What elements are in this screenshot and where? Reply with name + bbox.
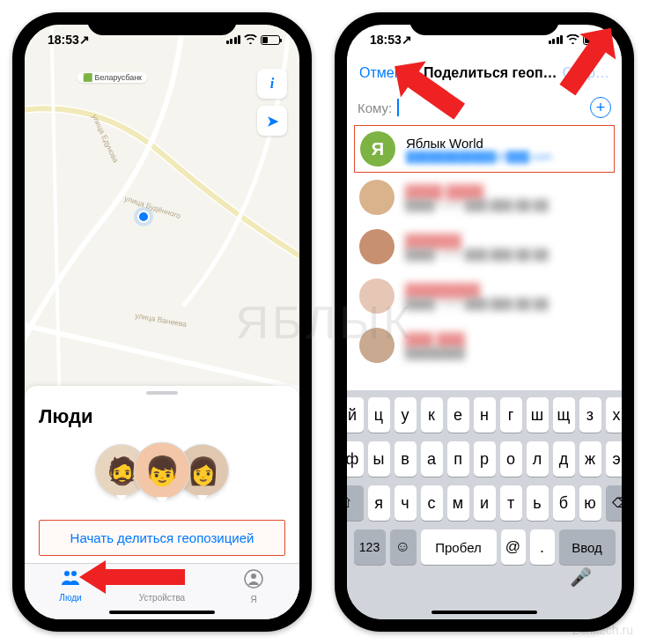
key-letter[interactable]: ь xyxy=(527,485,549,521)
svg-marker-6 xyxy=(79,560,185,594)
key-letter[interactable]: ш xyxy=(527,397,549,433)
phone-left: 18:53↗ 🟩 Беларусбанк улица Будённого ули… xyxy=(12,12,312,632)
contact-sub: ████ +375 ███ ███ ██ ██ xyxy=(405,248,609,261)
contact-sub: ████ +375 ███ ███ ██ ██ xyxy=(405,199,609,211)
arrow-annotation xyxy=(79,557,185,597)
key-letter[interactable]: в xyxy=(395,441,417,477)
avatar: Я xyxy=(360,131,395,167)
wifi-icon xyxy=(244,33,257,47)
to-label: Кому: xyxy=(358,100,392,115)
contact-row[interactable]: Я Яблык World ████████████@███.com xyxy=(354,125,615,173)
key-backspace[interactable]: ⌫ xyxy=(606,485,623,521)
contact-row[interactable]: ███ ███ ████████ xyxy=(347,321,622,370)
home-indicator[interactable] xyxy=(431,611,537,614)
key-letter[interactable]: з xyxy=(579,397,601,433)
key-letter[interactable]: й xyxy=(347,397,364,433)
memoji-group: 🧔 👦 👩 xyxy=(39,444,285,497)
key-letter[interactable]: ы xyxy=(368,441,390,477)
contact-row[interactable]: ████ ████ ████ +375 ███ ███ ██ ██ xyxy=(347,173,622,222)
contact-sub: ████ +375 ███ ███ ██ ██ xyxy=(405,298,609,310)
key-letter[interactable]: ю xyxy=(579,485,601,521)
map-view[interactable]: 🟩 Беларусбанк улица Будённого улица Ване… xyxy=(25,25,299,429)
key-letter[interactable]: ц xyxy=(368,397,390,433)
current-location-dot xyxy=(137,211,150,223)
key-letter[interactable]: п xyxy=(447,441,469,477)
key-letter[interactable]: б xyxy=(553,485,575,521)
key-letter[interactable]: о xyxy=(500,441,522,477)
contact-name: Яблык World xyxy=(406,136,608,151)
memoji-icon: 👦 xyxy=(144,454,180,487)
key-123[interactable]: 123 xyxy=(354,529,386,565)
sheet-grabber[interactable] xyxy=(146,391,178,395)
status-time: 18:53↗ xyxy=(370,33,412,47)
contact-name: ███ ███ xyxy=(405,332,609,347)
key-emoji[interactable]: ☺ xyxy=(390,529,417,565)
avatar xyxy=(359,180,395,215)
keyboard[interactable]: йцукенгшщзхфывапролджэ⇧ячсмитьбю⌫ 123 ☺ … xyxy=(347,390,622,619)
key-mic[interactable]: 🎤 xyxy=(570,559,592,595)
signal-icon xyxy=(549,35,564,44)
avatar xyxy=(359,278,395,314)
key-letter[interactable]: а xyxy=(421,441,443,477)
home-indicator[interactable] xyxy=(109,611,215,614)
contact-row[interactable]: ████████ ████ +375 ███ ███ ██ ██ xyxy=(347,271,622,321)
contact-name: ████████ xyxy=(405,283,609,298)
key-letter[interactable]: ф xyxy=(347,441,364,477)
key-dot[interactable]: . xyxy=(530,529,555,565)
key-letter[interactable]: к xyxy=(421,397,443,433)
key-letter[interactable]: г xyxy=(500,397,522,433)
key-letter[interactable]: э xyxy=(606,441,623,477)
contact-sub: ████████ xyxy=(405,347,609,359)
sheet-title: Люди xyxy=(39,405,285,428)
key-letter[interactable]: ж xyxy=(579,441,601,477)
svg-point-0 xyxy=(64,571,70,576)
avatar xyxy=(359,328,395,363)
key-letter[interactable]: с xyxy=(421,485,443,521)
key-letter[interactable]: у xyxy=(395,397,417,433)
key-letter[interactable]: л xyxy=(527,441,549,477)
start-sharing-button[interactable]: Начать делиться геопозицией xyxy=(39,520,285,556)
key-shift[interactable]: ⇧ xyxy=(347,485,364,521)
screen-left: 18:53↗ 🟩 Беларусбанк улица Будённого ули… xyxy=(25,25,299,619)
contact-sub: ████████████@███.com xyxy=(406,151,608,163)
key-letter[interactable]: н xyxy=(474,397,496,433)
map-info-button[interactable]: i xyxy=(257,69,287,99)
map-locate-button[interactable]: ➤ xyxy=(257,106,287,136)
contact-row[interactable]: ██████ ████ +375 ███ ███ ██ ██ xyxy=(347,222,622,271)
key-letter[interactable]: р xyxy=(474,441,496,477)
signal-icon xyxy=(226,35,241,44)
key-letter[interactable]: щ xyxy=(553,397,575,433)
key-letter[interactable]: м xyxy=(447,485,469,521)
avatar xyxy=(359,229,395,264)
contact-name: ██████ xyxy=(405,233,609,248)
key-letter[interactable]: т xyxy=(500,485,522,521)
key-space[interactable]: Пробел xyxy=(421,529,497,565)
notch xyxy=(87,12,237,35)
key-letter[interactable]: и xyxy=(474,485,496,521)
key-letter[interactable]: я xyxy=(368,485,390,521)
screen-right: 18:53↗ Отменить Поделиться геопози… Отпр… xyxy=(347,25,622,619)
status-time: 18:53↗ xyxy=(48,33,90,47)
notch xyxy=(409,12,559,35)
key-letter[interactable]: д xyxy=(553,441,575,477)
battery-icon xyxy=(261,35,280,45)
person-icon xyxy=(218,569,289,593)
contacts-list[interactable]: Я Яблык World ████████████@███.com ████ … xyxy=(347,125,622,390)
svg-point-5 xyxy=(251,574,256,579)
key-letter[interactable]: е xyxy=(447,397,469,433)
key-letter[interactable]: х xyxy=(606,397,623,433)
contact-name: ████ ████ xyxy=(405,184,609,199)
svg-point-1 xyxy=(71,571,77,576)
map-poi-bank: 🟩 Беларусбанк xyxy=(77,72,147,83)
key-at[interactable]: @ xyxy=(501,529,526,565)
memoji-icon: 👩 xyxy=(187,455,219,486)
tab-me[interactable]: Я xyxy=(218,569,289,604)
key-letter[interactable]: ч xyxy=(395,485,417,521)
